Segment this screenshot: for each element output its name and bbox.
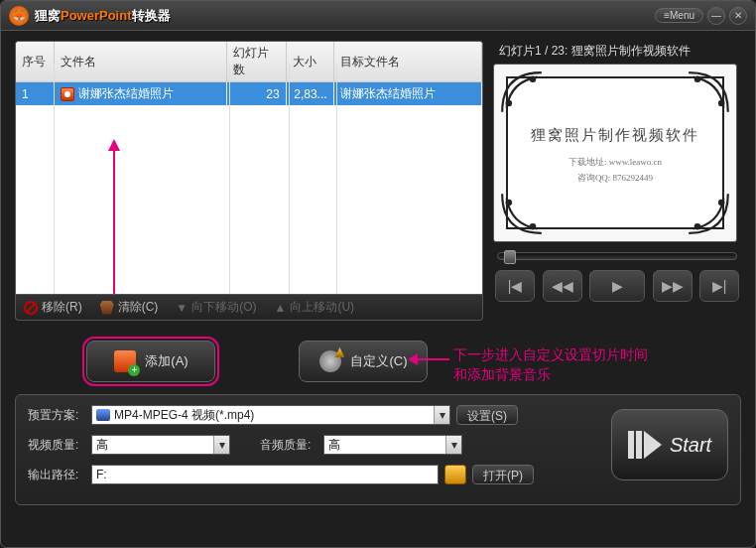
svg-point-2 xyxy=(718,100,725,107)
preview-line3: 咨询QQ: 876292449 xyxy=(494,172,736,185)
cell-num: 1 xyxy=(16,82,54,106)
output-path-input[interactable] xyxy=(91,465,439,484)
svg-point-7 xyxy=(694,223,701,230)
titlebar: 🦊 狸窝PowerPoint转换器 ≡Menu — ✕ xyxy=(1,1,755,31)
browse-folder-button[interactable] xyxy=(444,465,466,484)
slider-thumb[interactable] xyxy=(504,250,516,264)
col-header-num[interactable]: 序号 xyxy=(16,42,54,82)
svg-point-5 xyxy=(530,223,537,230)
rewind-button[interactable]: ◀◀ xyxy=(543,270,582,302)
output-path-label: 输出路径: xyxy=(28,467,85,483)
clear-button[interactable]: 清除(C) xyxy=(100,299,159,316)
video-quality-label: 视频质量: xyxy=(28,437,85,454)
chevron-down-icon: ▾ xyxy=(213,436,229,454)
prev-button[interactable]: |◀ xyxy=(495,270,535,302)
cell-size: 2,83... xyxy=(286,82,333,106)
annotation-text: 下一步进入自定义设置切片时间 和添加背景音乐 xyxy=(453,344,648,384)
move-up-button[interactable]: ▲向上移动(U) xyxy=(275,299,355,316)
app-title: 狸窝PowerPoint转换器 xyxy=(35,7,171,25)
start-icon xyxy=(628,431,664,459)
annotation-arrow-left xyxy=(410,358,449,360)
cell-target: 谢娜张杰结婚照片 xyxy=(333,82,481,106)
cell-slides: 23 xyxy=(226,82,286,106)
add-file-icon xyxy=(114,350,136,372)
svg-point-1 xyxy=(530,76,537,83)
preset-label: 预置方案: xyxy=(28,407,85,424)
settings-button[interactable]: 设置(S) xyxy=(456,405,518,425)
audio-quality-label: 音频质量: xyxy=(260,437,317,454)
svg-point-3 xyxy=(694,76,701,83)
annotation-arrow-up xyxy=(113,141,115,295)
playback-slider[interactable] xyxy=(497,252,737,260)
start-button[interactable]: Start xyxy=(611,409,728,480)
ppt-file-icon xyxy=(61,87,74,101)
remove-button[interactable]: 移除(R) xyxy=(24,299,82,316)
col-header-filename[interactable]: 文件名 xyxy=(54,42,226,82)
play-button[interactable]: ▶ xyxy=(589,270,645,302)
format-icon xyxy=(96,409,110,421)
menu-button[interactable]: ≡Menu xyxy=(655,8,703,23)
preset-combo[interactable]: MP4-MPEG-4 视频(*.mp4) ▾ xyxy=(91,405,450,425)
file-table[interactable]: 序号 文件名 幻灯片数 大小 目标文件名 1 谢娜张杰结婚照片 23 2,83.… xyxy=(15,41,483,295)
add-button[interactable]: 添加(A) xyxy=(86,341,215,382)
next-button[interactable]: ▶| xyxy=(699,270,739,302)
close-button[interactable]: ✕ xyxy=(729,7,747,25)
audio-quality-combo[interactable]: 高▾ xyxy=(323,435,462,455)
preview-label: 幻灯片1 / 23: 狸窝照片制作视频软件 xyxy=(493,41,741,64)
arrow-up-icon: ▲ xyxy=(275,301,287,315)
chevron-down-icon: ▾ xyxy=(434,406,449,424)
col-header-slides[interactable]: 幻灯片数 xyxy=(226,42,286,82)
broom-icon xyxy=(100,301,114,315)
slide-preview: 狸窝照片制作视频软件 下载地址: www.leawo.cn 咨询QQ: 8762… xyxy=(493,64,737,242)
preview-title: 狸窝照片制作视频软件 xyxy=(494,126,736,145)
minimize-button[interactable]: — xyxy=(707,7,725,25)
video-quality-combo[interactable]: 高▾ xyxy=(91,435,230,455)
col-header-size[interactable]: 大小 xyxy=(286,42,333,82)
settings-panel: 预置方案: MP4-MPEG-4 视频(*.mp4) ▾ 设置(S) 视频质量:… xyxy=(15,394,741,505)
cell-filename: 谢娜张杰结婚照片 xyxy=(54,82,226,106)
preview-line2: 下载地址: www.leawo.cn xyxy=(494,156,736,169)
arrow-down-icon: ▼ xyxy=(176,301,188,315)
col-header-target[interactable]: 目标文件名 xyxy=(333,42,481,82)
forward-button[interactable]: ▶▶ xyxy=(653,270,693,302)
app-logo-icon: 🦊 xyxy=(9,6,29,26)
delete-icon xyxy=(24,301,38,315)
table-row[interactable]: 1 谢娜张杰结婚照片 23 2,83... 谢娜张杰结婚照片 xyxy=(16,82,482,106)
gear-icon xyxy=(319,350,341,372)
open-button[interactable]: 打开(P) xyxy=(472,465,534,484)
chevron-down-icon: ▾ xyxy=(445,436,461,454)
svg-point-4 xyxy=(506,200,513,206)
svg-point-6 xyxy=(718,200,725,206)
svg-point-0 xyxy=(506,100,513,107)
table-toolbar: 移除(R) 清除(C) ▼向下移动(O) ▲向上移动(U) xyxy=(15,295,483,321)
move-down-button[interactable]: ▼向下移动(O) xyxy=(176,299,256,316)
